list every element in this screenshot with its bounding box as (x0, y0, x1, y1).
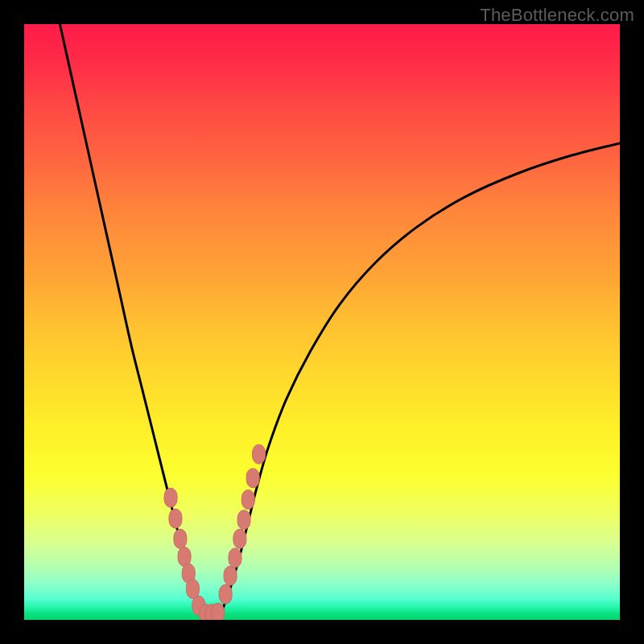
marker-cluster (164, 444, 266, 620)
marker-point (253, 444, 266, 464)
curve-left-branch (60, 24, 203, 614)
marker-point (219, 584, 232, 604)
outer-frame: TheBottleneck.com (0, 0, 644, 644)
marker-point (169, 509, 182, 528)
marker-point (212, 603, 225, 620)
plot-area (24, 24, 620, 620)
curve-right-branch (221, 143, 620, 614)
marker-point (186, 580, 199, 599)
marker-point (242, 490, 254, 510)
marker-point (164, 488, 177, 507)
marker-point (229, 548, 242, 568)
watermark-text: TheBottleneck.com (480, 5, 634, 26)
marker-point (237, 510, 250, 530)
marker-point (224, 566, 237, 585)
marker-point (174, 529, 187, 548)
marker-point (246, 469, 259, 488)
curve-layer (24, 24, 620, 620)
bottleneck-curve (60, 24, 620, 614)
marker-point (233, 529, 246, 548)
